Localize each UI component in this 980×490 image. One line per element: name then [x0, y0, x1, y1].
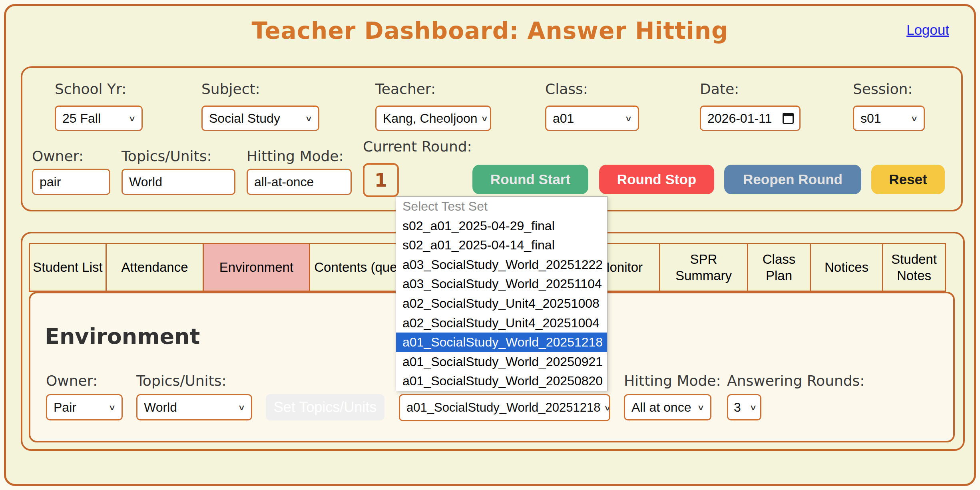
topics-units-value: World	[129, 175, 162, 189]
class-value: a01	[553, 111, 574, 126]
env-owner-select[interactable]: Pair ∨	[46, 394, 123, 420]
page-title: Teacher Dashboard: Answer Hitting	[6, 17, 974, 44]
topics-units-input[interactable]: World	[122, 169, 235, 195]
session-select[interactable]: s01 ∨	[853, 106, 925, 131]
current-round-value: 1	[374, 169, 387, 191]
session-value: s01	[860, 111, 881, 126]
chevron-down-icon: ∨	[604, 403, 610, 412]
reset-button[interactable]: Reset	[871, 165, 945, 194]
logout-link[interactable]: Logout	[906, 22, 949, 38]
date-label: Date:	[700, 81, 739, 97]
session-label: Session:	[853, 81, 912, 97]
owner-input[interactable]: pair	[32, 169, 110, 195]
class-label: Class:	[545, 81, 588, 97]
hitting-mode-value: all-at-once	[254, 175, 314, 189]
answering-rounds-select[interactable]: 3 ∨	[727, 394, 761, 420]
round-stop-button[interactable]: Round Stop	[599, 165, 714, 194]
current-round-label: Current Round:	[363, 138, 472, 155]
dropdown-option-a01-socialstudy-world-20251218[interactable]: a01_SocialStudy_World_20251218	[396, 333, 607, 352]
env-owner-value: Pair	[54, 400, 76, 415]
current-round-box: 1	[363, 163, 399, 197]
tab-attendance[interactable]: Attendance	[106, 243, 204, 292]
env-topics-select[interactable]: World ∨	[136, 394, 252, 420]
chevron-down-icon: ∨	[108, 402, 116, 412]
app-frame: Teacher Dashboard: Answer Hitting Logout…	[4, 4, 976, 486]
subject-select[interactable]: Social Study ∨	[201, 106, 319, 131]
env-topics-value: World	[144, 400, 177, 415]
dropdown-option-s02-a01-2025-04-29-final[interactable]: s02_a01_2025-04-29_final	[396, 216, 607, 236]
environment-heading: Environment	[45, 324, 200, 349]
hitting-mode-input[interactable]: all-at-once	[247, 169, 352, 195]
test-set-value: a01_SocialStudy_World_20251218	[406, 400, 600, 415]
chevron-down-icon: ∨	[238, 402, 245, 412]
round-start-button[interactable]: Round Start	[472, 165, 588, 194]
env-owner-label: Owner:	[46, 372, 98, 389]
answering-rounds-value: 3	[734, 400, 741, 415]
env-hitting-mode-label: Hitting Mode:	[624, 372, 721, 389]
calendar-icon[interactable]	[783, 113, 794, 124]
dropdown-option-select-test-set[interactable]: Select Test Set	[396, 197, 607, 216]
dropdown-option-a02-socialstudy-unit4-20251008[interactable]: a02_SocialStudy_Unit4_20251008	[396, 294, 607, 313]
test-set-dropdown-list: Select Test Sets02_a01_2025-04-29_finals…	[396, 196, 608, 391]
chevron-down-icon: ∨	[749, 402, 757, 412]
subject-label: Subject:	[201, 81, 260, 97]
reopen-round-button[interactable]: Reopen Round	[724, 165, 861, 194]
dropdown-option-a01-socialstudy-world-20250921[interactable]: a01_SocialStudy_World_20250921	[396, 352, 607, 372]
test-set-select[interactable]: a01_SocialStudy_World_20251218 ∨	[399, 394, 610, 421]
env-hitting-mode-value: All at once	[631, 400, 691, 415]
chevron-down-icon: ∨	[481, 114, 488, 123]
chevron-down-icon: ∨	[305, 114, 313, 123]
school-yr-select[interactable]: 25 Fall ∨	[55, 106, 143, 131]
dropdown-option-s02-a01-2025-04-14-final[interactable]: s02_a01_2025-04-14_final	[396, 235, 607, 255]
session-settings-panel: School Yr: 25 Fall ∨ Subject: Social Stu…	[21, 66, 963, 211]
env-topics-label: Topics/Units:	[136, 372, 227, 389]
date-input[interactable]: 2026-01-11	[700, 106, 801, 131]
tab-class-plan[interactable]: Class Plan	[747, 243, 811, 292]
chevron-down-icon: ∨	[697, 402, 705, 412]
chevron-down-icon: ∨	[910, 114, 918, 123]
dropdown-option-a03-socialstudy-world-20251222[interactable]: a03_SocialStudy_World_20251222	[396, 255, 607, 275]
subject-value: Social Study	[209, 111, 280, 126]
set-topics-units-button[interactable]: Set Topics/Units	[266, 394, 384, 420]
owner-label: Owner:	[32, 148, 84, 164]
chevron-down-icon: ∨	[128, 114, 136, 123]
owner-value: pair	[40, 175, 61, 189]
school-yr-label: School Yr:	[55, 81, 126, 97]
tab-student-list[interactable]: Student List	[29, 243, 107, 292]
answering-rounds-label: Answering Rounds:	[727, 372, 865, 389]
teacher-label: Teacher:	[375, 81, 436, 97]
class-select[interactable]: a01 ∨	[545, 106, 639, 131]
teacher-select[interactable]: Kang, Cheoljoon ∨	[375, 106, 491, 131]
tab-notices[interactable]: Notices	[810, 243, 883, 292]
teacher-value: Kang, Cheoljoon	[383, 111, 478, 126]
hitting-mode-label: Hitting Mode:	[247, 148, 344, 164]
dropdown-option-a03-socialstudy-world-20251104[interactable]: a03_SocialStudy_World_20251104	[396, 274, 607, 294]
tab-student-notes[interactable]: Student Notes	[882, 243, 946, 292]
chevron-down-icon: ∨	[625, 114, 632, 123]
school-yr-value: 25 Fall	[62, 111, 101, 126]
dropdown-option-a01-socialstudy-world-20250820[interactable]: a01_SocialStudy_World_20250820	[396, 371, 607, 391]
topics-units-label: Topics/Units:	[122, 148, 212, 164]
dropdown-option-a02-socialstudy-unit4-20251004[interactable]: a02_SocialStudy_Unit4_20251004	[396, 313, 607, 333]
date-value: 2026-01-11	[707, 111, 772, 126]
tab-environment[interactable]: Environment	[203, 243, 310, 292]
tab-spr-summary[interactable]: SPR Summary	[659, 243, 748, 292]
env-hitting-mode-select[interactable]: All at once ∨	[624, 394, 711, 420]
